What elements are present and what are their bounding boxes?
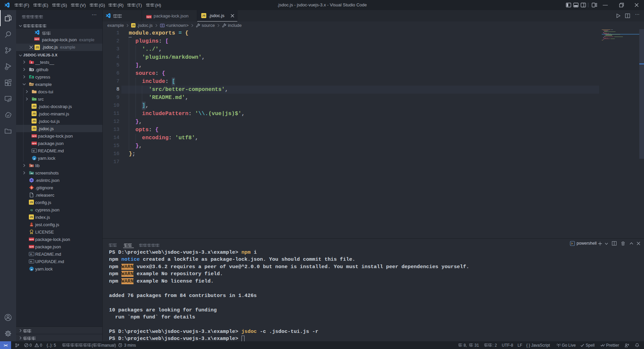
svg-text:cy: cy — [31, 77, 33, 79]
svg-text:</>: </> — [32, 98, 36, 101]
svg-text:cy: cy — [31, 209, 33, 211]
